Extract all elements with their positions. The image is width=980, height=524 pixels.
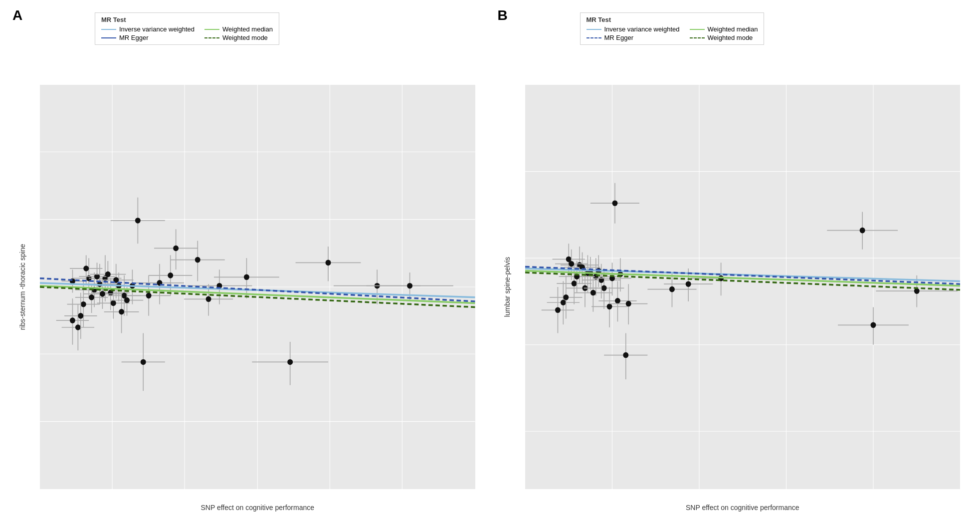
svg-point-115 — [105, 271, 111, 277]
svg-point-49 — [81, 301, 86, 307]
svg-point-177 — [560, 299, 566, 305]
chart-area-a: 0.1 0.0 -0.1 -0.2 0.02 0.03 0.04 0.05 0.… — [40, 85, 475, 489]
svg-point-219 — [569, 261, 574, 267]
legend-item-ivw-b: Inverse variance weighted — [587, 25, 680, 33]
legend-item-egger-b: MR Egger — [587, 34, 680, 41]
panel-b-label: B — [498, 7, 508, 23]
svg-point-55 — [89, 294, 94, 300]
svg-point-88 — [244, 274, 249, 280]
svg-point-76 — [168, 272, 173, 278]
legend-item-egger-a: MR Egger — [101, 34, 195, 41]
svg-point-127 — [119, 309, 124, 315]
svg-point-34 — [135, 218, 141, 224]
svg-point-216 — [870, 322, 876, 328]
svg-point-61 — [111, 300, 116, 306]
legend-b-title: MR Test — [587, 16, 758, 23]
svg-point-79 — [141, 359, 146, 365]
svg-point-228 — [563, 294, 569, 300]
svg-point-171 — [590, 290, 595, 296]
legend-a: MR Test Inverse variance weighted Weight… — [95, 12, 279, 45]
svg-point-109 — [83, 265, 89, 271]
legend-item-wm-a: Weighted median — [204, 25, 273, 33]
svg-point-106 — [287, 359, 293, 365]
legend-a-title: MR Test — [101, 16, 273, 23]
svg-point-82 — [173, 246, 179, 252]
svg-point-162 — [612, 200, 617, 206]
svg-point-174 — [601, 285, 606, 291]
svg-point-64 — [124, 297, 130, 303]
x-axis-label-a: SNP effect on cognitive performance — [40, 504, 475, 512]
legend-b: MR Test Inverse variance weighted Weight… — [580, 12, 765, 45]
svg-point-207 — [669, 286, 675, 292]
svg-point-91 — [195, 257, 200, 263]
svg-point-201 — [685, 281, 691, 287]
svg-point-70 — [146, 293, 152, 299]
legend-item-wmode-b: Weighted mode — [690, 34, 758, 41]
svg-point-121 — [78, 313, 83, 319]
svg-point-231 — [606, 304, 612, 310]
svg-point-58 — [100, 291, 105, 297]
svg-point-52 — [75, 324, 81, 330]
legend-item-wm-b: Weighted median — [690, 25, 758, 33]
svg-point-234 — [614, 298, 620, 304]
y-axis-label-b: lumbar spine-pelvis — [493, 85, 523, 489]
svg-point-237 — [625, 301, 631, 307]
legend-item-wmode-a: Weighted mode — [204, 34, 273, 41]
svg-point-124 — [70, 317, 75, 323]
svg-point-97 — [326, 260, 331, 266]
svg-point-94 — [206, 296, 211, 302]
legend-item-ivw-a: Inverse variance weighted — [101, 25, 195, 33]
svg-point-198 — [623, 352, 628, 358]
svg-point-103 — [407, 283, 412, 289]
svg-point-210 — [859, 228, 865, 234]
chart-area-b: 0.1 0.0 -0.1 0.02 0.03 0.04 0.05 — [525, 85, 961, 489]
panel-a-label: A — [12, 7, 22, 23]
y-axis-label-a: ribs-sternum -thoracic spine — [7, 85, 37, 489]
svg-point-165 — [571, 280, 577, 286]
x-axis-label-b: SNP effect on cognitive performance — [525, 504, 961, 512]
svg-point-180 — [555, 307, 560, 313]
